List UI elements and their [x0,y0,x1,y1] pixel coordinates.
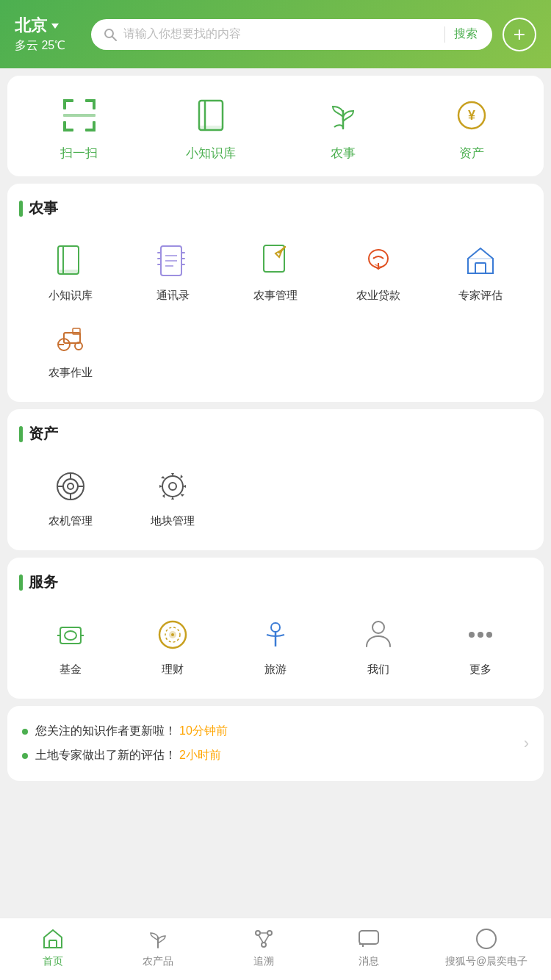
notif-item-1[interactable]: 您关注的知识作者更新啦！ 10分钟前 [22,719,529,743]
nav-item-message[interactable]: 消息 [339,926,398,968]
quick-item-assets[interactable]: ¥ 资产 [450,93,494,162]
farming-label-contacts: 通讯录 [156,289,190,303]
section-indicator [19,201,23,217]
finance-icon [152,614,193,655]
svg-line-67 [264,935,269,943]
quick-item-scan[interactable]: 扫一扫 [57,93,101,162]
search-icon [103,27,118,42]
quick-label-scan: 扫一扫 [60,145,98,162]
home-nav-icon [40,926,66,952]
farming-label-knowledge: 小知识库 [48,289,93,303]
svg-point-49 [65,631,76,640]
fund-icon [50,614,91,655]
svg-point-63 [267,931,272,935]
farming-section-title: 农事 [19,198,532,218]
services-item-finance[interactable]: 理财 [122,607,225,684]
farming-icon-grid: 小知识库 通讯录 [19,233,532,387]
quick-item-knowledge[interactable]: 小知识库 [186,93,236,162]
svg-point-41 [68,483,73,489]
assets-icon-grid: 农机管理 地块管理 [19,458,532,536]
farming-item-contacts[interactable]: 通讯录 [122,233,225,310]
nav-label-message: 消息 [359,955,379,968]
notif-item-2[interactable]: 土地专家做出了新的评估！ 2小时前 [22,743,529,768]
travel-icon [255,614,296,655]
nav-item-agri[interactable]: 农产品 [129,926,187,968]
location-block[interactable]: 北京 多云 25℃ [15,15,81,54]
quick-item-farming[interactable]: 农事 [321,93,365,162]
machine-icon [50,466,91,507]
assets-section-title: 资产 [19,424,532,444]
services-label-more: 更多 [469,663,491,677]
svg-point-59 [478,632,483,638]
assets-label-land: 地块管理 [151,514,195,528]
svg-rect-3 [63,99,66,109]
nav-item-home[interactable]: 首页 [24,926,82,968]
services-label-fund: 基金 [60,663,82,677]
profile-nav-icon [473,926,500,952]
nav-item-brand[interactable]: 搜狐号@晨奕电子 [445,926,527,968]
svg-rect-18 [58,270,79,274]
svg-rect-10 [63,114,96,117]
location-chevron-icon [51,24,59,29]
services-item-more[interactable]: 更多 [429,607,532,684]
city-label: 北京 [15,15,47,37]
services-section-indicator [19,574,23,591]
settings-icon [152,466,193,507]
farming-label-ops: 农事作业 [48,366,93,380]
svg-rect-7 [63,121,66,131]
farming-item-knowledge[interactable]: 小知识库 [19,233,122,310]
services-label-finance: 理财 [162,663,184,677]
quick-label-knowledge: 小知识库 [186,145,236,162]
svg-point-57 [372,621,384,633]
shovel-icon [255,240,296,281]
wallet-icon: ¥ [450,93,494,137]
nav-label-trace: 追溯 [253,955,274,968]
search-button[interactable]: 搜索 [451,26,480,42]
svg-point-46 [162,476,183,497]
services-item-fund[interactable]: 基金 [19,607,122,684]
quick-label-assets: 资产 [459,145,484,162]
svg-point-62 [256,931,260,935]
svg-point-64 [262,943,266,947]
svg-point-47 [169,483,176,490]
services-section: 服务 基金 [7,558,544,699]
search-bar[interactable]: 请输入你想要找的内容 搜索 [91,19,492,50]
services-label-us: 我们 [367,663,389,677]
plant-icon [321,93,365,137]
farming-label-expert: 专家评估 [458,289,503,303]
search-placeholder: 请输入你想要找的内容 [123,26,439,42]
assets-item-land[interactable]: 地块管理 [122,458,225,536]
add-button[interactable]: + [503,18,536,51]
farming-item-mgmt[interactable]: 农事管理 [224,233,327,310]
farming-item-loan[interactable]: 农业贷款 [327,233,430,310]
contacts-icon [152,240,193,281]
nav-item-trace[interactable]: 追溯 [234,926,293,968]
services-icon-grid: 基金 理财 旅游 [19,607,532,684]
quick-access-section: 扫一扫 小知识库 农事 ¥ [7,76,544,176]
nav-label-agri: 农产品 [143,955,173,968]
notif-time-1: 10分钟前 [179,724,228,739]
scan-icon [57,93,101,137]
farming-label-loan: 农业贷款 [356,289,400,303]
farming-item-expert[interactable]: 专家评估 [429,233,532,310]
loan-icon [358,240,399,281]
svg-line-1 [112,36,117,40]
svg-rect-32 [475,263,486,273]
nav-label-brand: 搜狐号@晨奕电子 [445,955,527,968]
bottom-nav: 首页 农产品 追溯 [0,918,551,980]
farming-item-ops[interactable]: 农事作业 [19,310,122,387]
services-item-us[interactable]: 我们 [327,607,430,684]
chat-nav-icon [356,926,382,952]
svg-point-55 [171,633,174,636]
svg-rect-61 [49,940,57,948]
assets-item-machine[interactable]: 农机管理 [19,458,122,536]
farming-label-mgmt: 农事管理 [253,289,298,303]
notif-arrow-icon[interactable]: › [524,734,529,753]
house-icon [460,240,501,281]
more-icon [460,614,501,655]
svg-point-58 [469,632,475,638]
notif-dot-1 [22,729,28,735]
services-item-travel[interactable]: 旅游 [224,607,327,684]
trace-nav-icon [251,926,277,952]
farming-section: 农事 小知识库 [7,184,544,402]
